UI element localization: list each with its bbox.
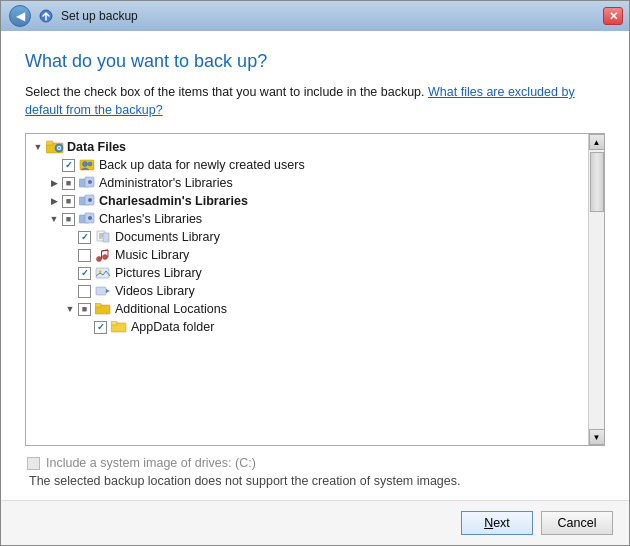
svg-marker-29 xyxy=(106,289,110,293)
icon-music xyxy=(94,247,112,263)
checkbox-music[interactable] xyxy=(78,249,91,262)
icon-charles-libraries xyxy=(78,211,96,227)
label-charles-libraries: Charles's Libraries xyxy=(99,212,202,226)
svg-point-23 xyxy=(97,257,102,262)
checkbox-charlesadmin[interactable]: ■ xyxy=(62,195,75,208)
svg-point-11 xyxy=(88,180,92,184)
title-bar-text: Set up backup xyxy=(61,9,138,23)
scrollbar[interactable]: ▲ ▼ xyxy=(588,134,604,445)
label-music: Music Library xyxy=(115,248,189,262)
tree-item-videos[interactable]: Videos Library xyxy=(26,282,588,300)
description-text: Select the check box of the items that y… xyxy=(25,85,425,99)
icon-documents xyxy=(94,229,112,245)
checkbox-pictures[interactable]: ✓ xyxy=(78,267,91,280)
label-videos: Videos Library xyxy=(115,284,195,298)
next-button-label: Next xyxy=(484,516,510,530)
scroll-up-btn[interactable]: ▲ xyxy=(589,134,605,150)
title-bar: ◀ Set up backup ✕ xyxy=(1,1,629,31)
tree-item-admin-libraries[interactable]: ▶ ■ Administrator's Libraries xyxy=(26,174,588,192)
tree-item-charlesadmin-libraries[interactable]: ▶ ■ Charlesadmin's Libraries xyxy=(26,192,588,210)
title-bar-left: ◀ Set up backup xyxy=(9,5,138,27)
expander-admin[interactable]: ▶ xyxy=(46,175,62,191)
label-additional-locations: Additional Locations xyxy=(115,302,227,316)
svg-point-17 xyxy=(88,216,92,220)
svg-point-5 xyxy=(58,147,60,149)
icon-backup-new-users xyxy=(78,157,96,173)
svg-rect-33 xyxy=(111,321,117,325)
svg-point-7 xyxy=(83,162,88,167)
checkbox-additional[interactable]: ■ xyxy=(78,303,91,316)
next-underline: N xyxy=(484,516,493,530)
close-button[interactable]: ✕ xyxy=(603,7,623,25)
icon-additional-locations xyxy=(94,301,112,317)
svg-rect-22 xyxy=(103,233,109,242)
svg-point-24 xyxy=(103,255,108,260)
scroll-down-btn[interactable]: ▼ xyxy=(589,429,605,445)
label-backup-new-users: Back up data for newly created users xyxy=(99,158,305,172)
svg-line-25 xyxy=(102,250,109,251)
system-image-checkbox[interactable] xyxy=(27,457,40,470)
expander-charles[interactable]: ▼ xyxy=(46,211,62,227)
checkbox-videos[interactable] xyxy=(78,285,91,298)
tree-item-documents[interactable]: ✓ Documents Library xyxy=(26,228,588,246)
checkbox-backup-new-users[interactable]: ✓ xyxy=(62,159,75,172)
main-content: What do you want to back up? Select the … xyxy=(1,31,629,500)
tree-item-music[interactable]: Music Library xyxy=(26,246,588,264)
next-button[interactable]: Next xyxy=(461,511,533,535)
label-documents: Documents Library xyxy=(115,230,220,244)
tree-item-pictures[interactable]: ✓ Pictures Library xyxy=(26,264,588,282)
footer: Next Cancel xyxy=(1,500,629,545)
tree-item-data-files[interactable]: ▼ Data Files xyxy=(26,138,588,156)
label-admin-libraries: Administrator's Libraries xyxy=(99,176,233,190)
icon-appdata xyxy=(110,319,128,335)
system-image-label: Include a system image of drives: (C:) xyxy=(46,456,256,470)
label-charlesadmin-libraries: Charlesadmin's Libraries xyxy=(99,194,248,208)
page-description: Select the check box of the items that y… xyxy=(25,84,605,119)
tree-scroll[interactable]: ▼ Data Files xyxy=(26,134,588,445)
tree-item-appdata[interactable]: ✓ AppData folder xyxy=(26,318,588,336)
cancel-button[interactable]: Cancel xyxy=(541,511,613,535)
checkbox-appdata[interactable]: ✓ xyxy=(94,321,107,334)
svg-rect-31 xyxy=(95,303,101,307)
label-pictures: Pictures Library xyxy=(115,266,202,280)
page-heading: What do you want to back up? xyxy=(25,51,605,72)
scroll-thumb[interactable] xyxy=(590,152,604,212)
system-image-row: Include a system image of drives: (C:) xyxy=(25,456,605,470)
svg-point-8 xyxy=(88,162,92,166)
label-appdata: AppData folder xyxy=(131,320,214,334)
checkbox-admin[interactable]: ■ xyxy=(62,177,75,190)
icon-pictures xyxy=(94,265,112,281)
backup-icon xyxy=(37,7,55,25)
tree-container: ▼ Data Files xyxy=(25,133,605,446)
expander-data-files[interactable]: ▼ xyxy=(30,139,46,155)
icon-data-files xyxy=(46,139,64,155)
svg-rect-28 xyxy=(96,287,106,295)
main-window: ◀ Set up backup ✕ What do you want to ba… xyxy=(0,0,630,546)
tree-item-backup-new-users[interactable]: ✓ Back up data for newly created users xyxy=(26,156,588,174)
label-data-files: Data Files xyxy=(67,140,126,154)
expander-charlesadmin[interactable]: ▶ xyxy=(46,193,62,209)
expander-additional[interactable]: ▼ xyxy=(62,301,78,317)
checkbox-charles[interactable]: ■ xyxy=(62,213,75,226)
svg-point-14 xyxy=(88,198,92,202)
checkbox-documents[interactable]: ✓ xyxy=(78,231,91,244)
system-image-note: The selected backup location does not su… xyxy=(25,474,605,488)
tree-item-charles-libraries[interactable]: ▼ ■ Charles's Libraries xyxy=(26,210,588,228)
icon-charlesadmin-libraries xyxy=(78,193,96,209)
tree-item-additional-locations[interactable]: ▼ ■ Additional Locations xyxy=(26,300,588,318)
svg-rect-2 xyxy=(46,141,53,145)
icon-videos xyxy=(94,283,112,299)
icon-admin-libraries xyxy=(78,175,96,191)
back-button[interactable]: ◀ xyxy=(9,5,31,27)
